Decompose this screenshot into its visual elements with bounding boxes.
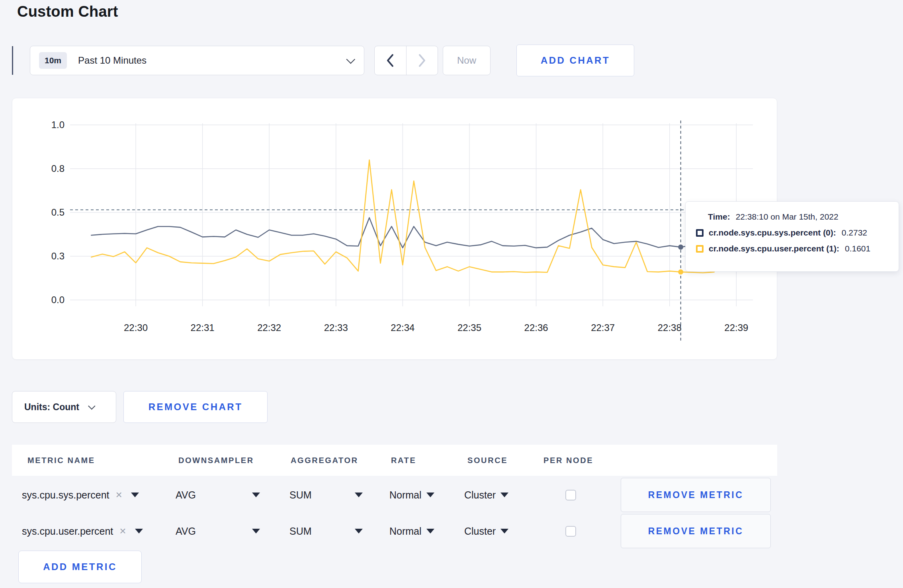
select-caret-icon — [252, 529, 260, 533]
select-caret-icon — [355, 529, 363, 533]
svg-text:0.5: 0.5 — [51, 207, 64, 218]
select-caret-icon — [500, 529, 508, 533]
clear-icon[interactable]: × — [116, 489, 122, 501]
svg-text:22:32: 22:32 — [257, 322, 281, 333]
units-dropdown[interactable]: Units: Count — [12, 391, 116, 423]
chevron-left-icon — [386, 54, 395, 67]
source-select[interactable]: Cluster — [464, 477, 508, 512]
col-header-per-node: PER NODE — [543, 456, 593, 465]
metrics-chart[interactable]: 0.00.30.50.81.022:3022:3122:3222:3322:34… — [12, 98, 778, 360]
units-label: Units: Count — [24, 402, 79, 413]
chart-tooltip: Time: 22:38:10 on Mar 15th, 2022 cr.node… — [685, 201, 899, 272]
select-caret-icon — [426, 529, 434, 533]
page-title: Custom Chart — [17, 3, 118, 20]
metric-name-select[interactable]: sys.cpu.sys.percent × — [22, 477, 139, 512]
svg-text:0.0: 0.0 — [51, 294, 64, 305]
metric-name-value: sys.cpu.user.percent — [22, 526, 113, 537]
select-caret-icon — [131, 493, 139, 497]
svg-text:22:34: 22:34 — [391, 322, 414, 333]
series-swatch-sys-icon — [696, 229, 704, 237]
time-prev-button[interactable] — [375, 46, 406, 75]
time-window-label: Past 10 Minutes — [78, 55, 147, 66]
rate-select[interactable]: Normal — [389, 514, 434, 549]
select-caret-icon — [135, 529, 143, 533]
series-swatch-user-icon — [696, 245, 704, 253]
remove-metric-button[interactable]: REMOVE METRIC — [621, 478, 771, 512]
metrics-table-header: METRIC NAME DOWNSAMPLER AGGREGATOR RATE … — [12, 445, 777, 476]
metric-name-value: sys.cpu.sys.percent — [22, 489, 109, 501]
svg-text:0.8: 0.8 — [51, 163, 64, 174]
source-select[interactable]: Cluster — [464, 514, 508, 549]
remove-chart-button[interactable]: REMOVE CHART — [123, 391, 268, 423]
aggregator-select[interactable]: SUM — [289, 514, 363, 549]
clear-icon[interactable]: × — [119, 525, 126, 537]
col-header-source: SOURCE — [467, 456, 508, 465]
time-nav-group — [374, 46, 438, 75]
select-caret-icon — [426, 493, 434, 497]
time-window-dropdown[interactable]: 10m Past 10 Minutes — [30, 46, 364, 75]
svg-text:22:30: 22:30 — [124, 322, 148, 333]
time-window-badge: 10m — [39, 52, 67, 69]
metric-row: sys.cpu.user.percent × AVG SUM Normal Cl… — [12, 514, 777, 549]
select-caret-icon — [500, 493, 508, 497]
add-metric-button[interactable]: ADD METRIC — [18, 551, 142, 583]
tooltip-series-label: cr.node.sys.cpu.sys.percent (0): — [709, 228, 836, 238]
chevron-right-icon — [418, 54, 426, 67]
toolbar-accent-bar — [12, 46, 13, 75]
downsampler-select[interactable]: AVG — [176, 477, 260, 512]
tooltip-time-label: Time: — [708, 212, 730, 222]
per-node-checkbox[interactable] — [565, 490, 576, 500]
col-header-aggregator: AGGREGATOR — [291, 456, 358, 465]
svg-text:22:39: 22:39 — [724, 322, 748, 333]
add-chart-button[interactable]: ADD CHART — [516, 45, 634, 76]
per-node-checkbox[interactable] — [565, 526, 576, 537]
aggregator-select[interactable]: SUM — [289, 477, 363, 512]
select-caret-icon — [252, 493, 260, 497]
chevron-down-icon — [88, 402, 95, 409]
tooltip-series-value: 0.1601 — [845, 244, 870, 253]
svg-text:22:36: 22:36 — [524, 322, 548, 333]
col-header-rate: RATE — [391, 456, 416, 465]
remove-metric-button[interactable]: REMOVE METRIC — [621, 514, 771, 548]
svg-text:22:37: 22:37 — [591, 322, 615, 333]
col-header-metric-name: METRIC NAME — [27, 456, 95, 465]
svg-text:22:33: 22:33 — [324, 322, 348, 333]
tooltip-series-value: 0.2732 — [842, 228, 867, 238]
time-next-button[interactable] — [406, 46, 438, 75]
now-button[interactable]: Now — [443, 46, 491, 75]
metric-row: sys.cpu.sys.percent × AVG SUM Normal Clu… — [12, 477, 777, 512]
downsampler-select[interactable]: AVG — [176, 514, 260, 549]
svg-text:1.0: 1.0 — [51, 119, 64, 130]
svg-text:22:31: 22:31 — [191, 322, 215, 333]
rate-select[interactable]: Normal — [389, 477, 434, 512]
svg-text:0.3: 0.3 — [51, 251, 64, 261]
metric-name-select[interactable]: sys.cpu.user.percent × — [22, 514, 143, 549]
tooltip-series-label: cr.node.sys.cpu.user.percent (1): — [709, 244, 839, 253]
select-caret-icon — [355, 493, 363, 497]
col-header-downsampler: DOWNSAMPLER — [178, 456, 254, 465]
tooltip-time-value: 22:38:10 on Mar 15th, 2022 — [736, 212, 838, 222]
svg-text:22:38: 22:38 — [658, 322, 682, 333]
chart-card: 0.00.30.50.81.022:3022:3122:3222:3322:34… — [12, 98, 777, 360]
chevron-down-icon — [346, 55, 356, 64]
svg-text:22:35: 22:35 — [457, 322, 481, 333]
custom-chart-page: Custom Chart 10m Past 10 Minutes Now ADD… — [0, 0, 903, 588]
